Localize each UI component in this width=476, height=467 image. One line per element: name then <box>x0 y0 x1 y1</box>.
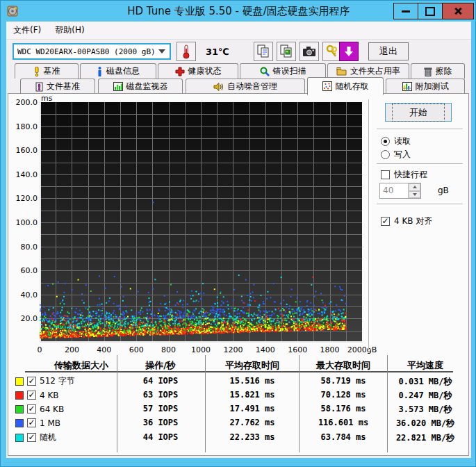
chevron-down-icon <box>158 49 165 54</box>
x-tick-label: 2000gB <box>347 345 377 354</box>
magnifier-icon <box>260 67 270 76</box>
x-tick-label: 600 <box>129 345 144 354</box>
tab-benchmark[interactable]: 基准 <box>15 63 79 79</box>
series-label: 64 KB <box>40 404 64 414</box>
series-checkbox[interactable]: ✓ <box>27 391 36 400</box>
series-color-swatch <box>15 377 24 386</box>
checkbox-unchecked-icon <box>381 170 390 179</box>
screenshot-button[interactable] <box>299 42 319 61</box>
avg-access-value: 17.491 ms <box>229 404 274 413</box>
tab-extra-tests[interactable]: 附加测试 <box>386 79 465 94</box>
radio-unselected-icon <box>381 150 390 159</box>
y-tick-label: 180.0 <box>10 122 38 131</box>
x-tick-label: 200 <box>65 345 79 354</box>
series-checkbox[interactable]: ✓ <box>27 433 36 442</box>
tab-label: 磁盘信息 <box>106 65 140 77</box>
start-button[interactable]: 开始 <box>385 103 452 122</box>
series-checkbox[interactable]: ✓ <box>27 404 36 413</box>
iops-value: 57 IOPS <box>143 404 179 413</box>
max-access-value: 70.128 ms <box>320 390 366 400</box>
write-radio-label: 写入 <box>394 149 411 161</box>
menu-file[interactable]: 文件(F) <box>6 22 48 39</box>
iops-value: 64 IOPS <box>143 376 179 386</box>
col-header-avg-speed: 平均速度 <box>407 359 443 372</box>
short-stroke-label: 快捷行程 <box>394 169 427 181</box>
tab-health[interactable]: 健康状态 <box>158 63 238 79</box>
short-stroke-size-spinner[interactable]: 40 <box>379 183 421 199</box>
series-checkbox[interactable]: ✓ <box>27 418 36 427</box>
tab-file-benchmark[interactable]: 文件基准 <box>20 79 95 94</box>
maximize-button[interactable] <box>418 3 443 19</box>
max-access-value: 63.784 ms <box>320 432 366 442</box>
tab-folder-usage[interactable]: 文件夹占用率 <box>327 63 409 79</box>
extra-tests-icon <box>402 82 412 91</box>
tab-disk-monitor[interactable]: 磁盘监视器 <box>98 79 183 94</box>
drive-select[interactable]: WDC WD20EARX-00PASB0 (2000 gB) <box>13 43 171 60</box>
copy-image-button[interactable] <box>277 42 296 61</box>
write-radio[interactable]: 写入 <box>381 149 411 161</box>
tab-label: 错误扫描 <box>273 65 306 77</box>
x-tick-label: 1000 <box>191 345 211 354</box>
speaker-icon <box>213 82 224 92</box>
start-button-label: 开始 <box>393 104 444 121</box>
health-cross-icon <box>175 67 185 76</box>
folder-icon <box>336 67 347 76</box>
avg-access-value: 15.821 ms <box>229 390 274 400</box>
copy-text-button[interactable] <box>254 42 273 61</box>
drive-select-value: WDC WD20EARX-00PASB0 (2000 gB) <box>14 47 158 56</box>
chevron-down-icon <box>413 193 417 196</box>
random-access-page: ms 200.0180.0160.0140.0120.0100.080.060.… <box>8 93 469 456</box>
info-icon <box>97 67 103 76</box>
x-tick-label: 400 <box>97 345 111 354</box>
iops-value: 44 IOPS <box>143 432 179 442</box>
x-tick-label: 0 <box>38 345 42 354</box>
access-time-scatter-chart <box>40 102 362 343</box>
series-label: 4 KB <box>40 391 59 400</box>
short-stroke-checkbox[interactable]: 快捷行程 <box>381 169 427 181</box>
tab-label: 磁盘监视器 <box>126 81 168 92</box>
temperature-button[interactable] <box>177 42 196 61</box>
chevron-up-icon <box>413 186 417 188</box>
tab-error-scan[interactable]: 错误扫描 <box>240 63 326 79</box>
close-icon <box>454 7 462 15</box>
y-tick-label: 160.0 <box>10 146 38 155</box>
trash-icon <box>424 67 432 76</box>
read-radio[interactable]: 读取 <box>381 136 411 147</box>
series-checkbox[interactable]: ✓ <box>27 377 36 386</box>
series-color-swatch <box>15 419 24 427</box>
x-tick-label: 1600 <box>288 345 307 354</box>
panel-separator <box>368 99 371 350</box>
series-label: 1 MB <box>40 418 60 428</box>
spinner-up-button[interactable] <box>409 183 420 191</box>
disk-monitor-icon <box>113 82 123 91</box>
col-header-max-access: 最大存取时间 <box>316 359 370 372</box>
avg-access-value: 27.762 ms <box>229 418 274 427</box>
tab-random-access[interactable]: 随机存取 <box>307 77 384 95</box>
align-4kb-label: 4 KB 对齐 <box>394 215 432 227</box>
thermometer-icon <box>182 44 190 59</box>
y-tick-label: 200.0 <box>10 98 38 107</box>
title-bar: HD Tune 专业版 5.50 - 硬盘/固态硬盘实用程序 <box>1 1 476 22</box>
col-header-transfer-size: 传输数据大小 <box>54 359 108 372</box>
align-4kb-checkbox[interactable]: ✓ 4 KB 对齐 <box>381 215 432 227</box>
avg-speed-value: 3.573 MB/秒 <box>398 404 452 416</box>
x-tick-label: 800 <box>161 345 176 354</box>
tab-erase[interactable]: 擦除 <box>411 63 465 79</box>
avg-speed-value: 22.821 MB/秒 <box>396 432 454 444</box>
y-tick-label: 80.0 <box>10 243 38 252</box>
series-color-swatch <box>15 391 24 400</box>
update-button[interactable] <box>339 42 359 61</box>
y-tick-label: 20.0 <box>10 314 38 323</box>
menu-help[interactable]: 帮助(H) <box>48 22 91 39</box>
tab-aam[interactable]: 自动噪音管理 <box>186 79 305 94</box>
app-window: HD Tune 专业版 5.50 - 硬盘/固态硬盘实用程序 文件(F) 帮助(… <box>0 0 476 467</box>
minimize-button[interactable] <box>393 3 418 19</box>
col-header-avg-access: 平均存取时间 <box>225 359 279 372</box>
tab-disk-info[interactable]: 磁盘信息 <box>80 63 156 79</box>
copy-text-icon <box>257 44 270 58</box>
temperature-value: 31℃ <box>206 47 229 57</box>
max-access-value: 116.601 ms <box>318 418 368 427</box>
exit-button[interactable]: 退出 <box>368 42 409 60</box>
spinner-down-button[interactable] <box>409 191 420 199</box>
close-button[interactable] <box>442 3 474 19</box>
